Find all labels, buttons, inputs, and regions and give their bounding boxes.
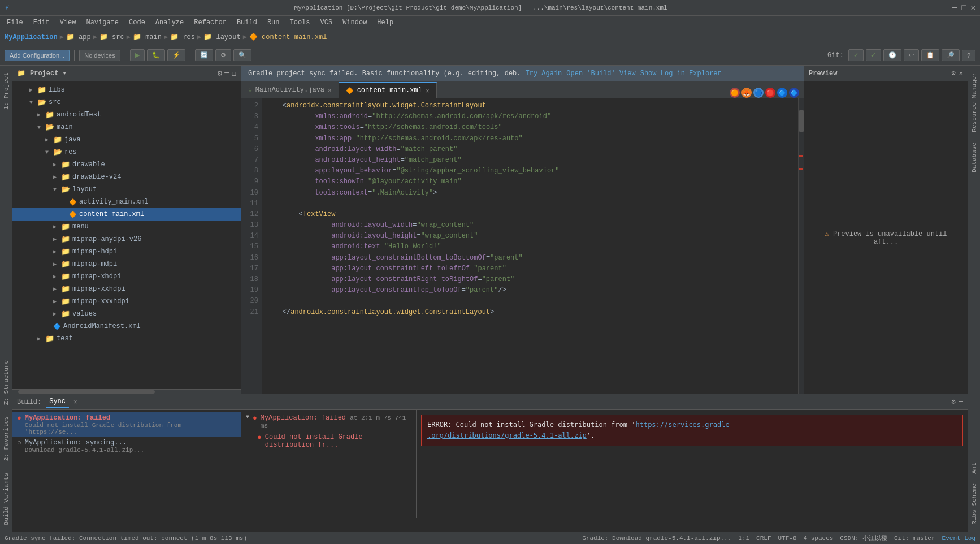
tree-item-drawable-v24[interactable]: ▶ 📁 drawable-v24 [12,171,241,183]
sidebar-item-ribs-scheme[interactable]: Ribs Scheme [969,479,979,529]
menu-navigate[interactable]: Navigate [81,18,123,28]
tree-item-menu[interactable]: ▶ 📁 menu [12,221,241,233]
project-collapse-icon[interactable]: ─ [224,68,229,78]
editor-scrollbar[interactable] [798,98,804,394]
tree-item-test[interactable]: ▶ 📁 test [12,333,241,345]
help-button[interactable]: ? [962,50,975,61]
find-button[interactable]: 🔎 [942,49,960,61]
menu-file[interactable]: File [2,18,28,28]
search-everywhere-button[interactable]: 🔍 [233,49,251,61]
charset[interactable]: UTF-8 [778,535,797,542]
tab-mainactivity[interactable]: ☕ MainActivity.java ✕ [241,82,339,98]
git-branch[interactable]: Git: master [894,535,935,542]
menu-view[interactable]: View [55,18,81,28]
tree-item-mipmap-xhdpi[interactable]: ▶ 📁 mipmap-xhdpi [12,270,241,283]
build-settings-icon[interactable]: ⚙ [952,398,956,406]
sidebar-item-database[interactable]: Database [969,138,979,177]
add-configuration-button[interactable]: Add Configuration... [5,50,70,61]
menu-run[interactable]: Run [263,18,284,28]
profile-button[interactable]: ⚡ [167,49,185,61]
menu-edit[interactable]: Edit [29,18,54,28]
tree-item-mipmap-mdpi[interactable]: ▶ 📁 mipmap-mdpi [12,258,241,270]
build-item-failed[interactable]: ● MyApplication: failed Could not instal… [12,412,241,437]
maximize-button[interactable]: □ [961,3,966,12]
build-tab-sync[interactable]: Sync [46,396,69,408]
line-ending[interactable]: CRLF [756,535,771,542]
menu-vcs[interactable]: VCS [316,18,337,28]
project-name[interactable]: MyApplication [5,33,58,41]
sidebar-item-build-variants[interactable]: Build Variants [1,468,11,529]
indent-spaces[interactable]: 4 spaces [804,535,834,542]
sidebar-item-favorites[interactable]: 2: Favorites [1,412,11,465]
chrome-icon[interactable]: 🟠 [730,88,740,98]
menu-help[interactable]: Help [372,18,398,28]
git-revert-button[interactable]: ↩ [904,49,919,61]
tree-item-java[interactable]: ▶ 📁 java [12,133,241,146]
bc-file[interactable]: 🔶 content_main.xml [249,33,327,41]
tree-item-res[interactable]: ▼ 📂 res [12,146,241,158]
editor-scrollbar-thumb[interactable] [799,110,804,132]
tree-item-manifest[interactable]: 🔷 AndroidManifest.xml [12,320,241,333]
tree-item-layout[interactable]: ▼ 📂 layout [12,183,241,196]
try-again-link[interactable]: Try Again [525,70,562,77]
menu-build[interactable]: Build [232,18,262,28]
tab-content-main-close[interactable]: ✕ [426,87,430,94]
tree-item-mipmap-xxhdpi[interactable]: ▶ 📁 mipmap-xxhdpi [12,283,241,295]
run-button[interactable]: ▶ [130,49,145,61]
menu-analyze[interactable]: Analyze [151,18,188,28]
tree-item-mipmap-hdpi[interactable]: ▶ 📁 mipmap-hdpi [12,245,241,258]
tree-item-src[interactable]: ▼ 📂 src [12,96,241,109]
menu-window[interactable]: Window [338,18,371,28]
tab-mainactivity-close[interactable]: ✕ [328,87,332,94]
sidebar-item-structure[interactable]: Z: Structure [1,356,11,409]
ie-icon[interactable]: 🔵 [753,88,764,98]
build-minimize-icon[interactable]: ─ [959,398,963,406]
opera-icon[interactable]: 🔴 [765,88,775,98]
project-expand-icon[interactable]: ◻ [232,68,236,78]
tab-content-main[interactable]: 🔶 content_main.xml ✕ [339,82,437,98]
event-log[interactable]: Event Log [942,535,975,542]
sidebar-item-ant[interactable]: Ant [969,458,979,478]
tree-item-mipmap-xxxhdpi[interactable]: ▶ 📁 mipmap-xxxhdpi [12,295,241,308]
preview-close-icon[interactable]: ✕ [959,69,963,77]
debug-button[interactable]: 🐛 [147,49,165,61]
tree-item-values[interactable]: ▶ 📁 values [12,308,241,320]
tree-item-main[interactable]: ▼ 📂 main [12,121,241,133]
bc-src[interactable]: 📁 src [99,33,124,41]
show-log-link[interactable]: Show Log in Explorer [640,70,722,77]
bc-layout[interactable]: 📁 layout [203,33,240,41]
sidebar-item-resource-manager[interactable]: Resource Manager [969,68,979,137]
tree-item-activity-main[interactable]: 🔶 activity_main.xml [12,196,241,208]
menu-code[interactable]: Code [124,18,150,28]
tree-item-androidtest[interactable]: ▶ 📁 androidTest [12,109,241,121]
tree-item-drawable[interactable]: ▶ 📁 drawable [12,158,241,171]
bc-app[interactable]: 📁 app [66,33,91,41]
git-commit-button[interactable]: ✓ [848,49,864,61]
bc-main[interactable]: 📁 main [133,33,162,41]
cursor-position[interactable]: 1:1 [738,535,749,542]
git-history-button[interactable]: 🕐 [883,49,901,61]
sidebar-item-project[interactable]: 1: Project [1,68,11,114]
build-middle-failed[interactable]: ▼ ● MyApplication: failed at 2:1 m 7s 74… [241,412,416,431]
sync-button[interactable]: 🔄 [195,49,213,61]
build-middle-error[interactable]: ● Could not install Gradle distribution … [241,431,416,451]
tree-item-libs[interactable]: ▶ 📁 libs [12,84,241,96]
firefox-icon[interactable]: 🦊 [741,88,752,98]
vcs-button[interactable]: 📋 [921,49,939,61]
menu-refactor[interactable]: Refactor [189,18,231,28]
preview-settings-icon[interactable]: ⚙ [952,69,956,77]
open-build-view-link[interactable]: Open 'Build' View [566,70,635,77]
settings-button[interactable]: ⚙ [215,49,231,61]
editor-text[interactable]: <androidx.constraintlayout.widget.Constr… [262,98,798,394]
menu-tools[interactable]: Tools [285,18,315,28]
ie2-icon[interactable]: 🔷 [789,88,799,98]
edge-icon[interactable]: 🔷 [777,88,787,98]
tree-item-mipmap-anydpi[interactable]: ▶ 📁 mipmap-anydpi-v26 [12,233,241,245]
project-scrollbar[interactable] [12,389,241,394]
bc-res[interactable]: 📁 res [170,33,195,41]
no-devices-button[interactable]: No devices [79,50,120,61]
build-tab-sync-close[interactable]: ✕ [73,398,77,405]
tree-item-content-main[interactable]: 🔶 content_main.xml [12,208,241,221]
close-button[interactable]: ✕ [971,3,975,12]
git-push-button[interactable]: ✓ [866,49,881,61]
